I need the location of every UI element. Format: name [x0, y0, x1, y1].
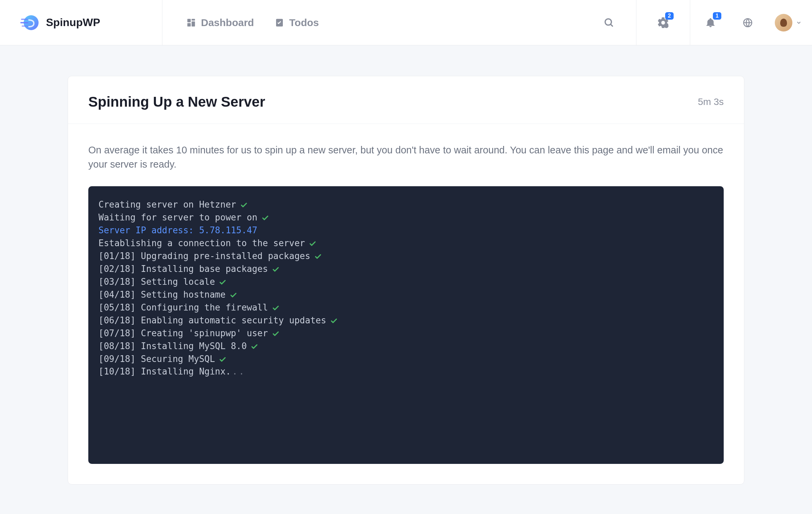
- terminal-line-text: [07/18] Creating 'spinupwp' user: [98, 327, 268, 340]
- card-header: Spinning Up a New Server 5m 3s: [68, 76, 744, 124]
- brand-name: SpinupWP: [46, 16, 100, 29]
- check-icon: [272, 330, 279, 337]
- terminal-line: [03/18] Setting locale: [98, 276, 714, 288]
- terminal-line: Waiting for server to power on: [98, 211, 714, 224]
- check-icon: [251, 343, 258, 350]
- check-icon: [272, 265, 279, 273]
- terminal-line-text: [01/18] Upgrading pre-installed packages: [98, 250, 310, 263]
- avatar: [775, 14, 792, 31]
- brand-section[interactable]: SpinupWP: [0, 0, 162, 45]
- terminal-line-text: Establishing a connection to the server: [98, 237, 305, 250]
- terminal-line-text: [03/18] Setting locale: [98, 276, 215, 288]
- terminal-line: [04/18] Setting hostname: [98, 288, 714, 301]
- svg-rect-1: [21, 19, 28, 20]
- nav-todos[interactable]: Todos: [264, 0, 329, 45]
- notifications-button[interactable]: 1: [690, 0, 731, 45]
- terminal-line: [02/18] Installing base packages: [98, 263, 714, 276]
- terminal-line-text: [05/18] Configuring the firewall: [98, 301, 268, 314]
- nav-dashboard-label: Dashboard: [201, 17, 254, 28]
- settings-button[interactable]: 2: [636, 0, 690, 45]
- terminal-line: [06/18] Enabling automatic security upda…: [98, 314, 714, 327]
- terminal-line-text: Server IP address: 5.78.115.47: [98, 224, 257, 237]
- nav-dashboard[interactable]: Dashboard: [176, 0, 264, 45]
- terminal-line: [09/18] Securing MySQL: [98, 353, 714, 366]
- svg-rect-6: [191, 21, 195, 26]
- check-icon: [309, 240, 316, 247]
- check-icon: [272, 304, 279, 312]
- svg-line-10: [611, 24, 613, 26]
- terminal-line-text: Creating server on Hetzner: [98, 198, 236, 211]
- terminal-output: Creating server on HetznerWaiting for se…: [88, 186, 724, 464]
- terminal-line-text: [06/18] Enabling automatic security upda…: [98, 314, 326, 327]
- terminal-line: Establishing a connection to the server: [98, 237, 714, 250]
- svg-rect-2: [20, 22, 28, 23]
- help-button[interactable]: [731, 0, 765, 45]
- todos-icon: [274, 18, 285, 28]
- terminal-line: [08/18] Installing MySQL 8.0: [98, 340, 714, 353]
- elapsed-timer: 5m 3s: [698, 97, 724, 107]
- svg-rect-7: [187, 23, 191, 26]
- search-icon: [603, 17, 615, 28]
- nav-links: Dashboard Todos: [162, 0, 582, 45]
- svg-rect-3: [22, 25, 28, 27]
- card-description: On average it takes 10 minutes for us to…: [88, 143, 724, 171]
- settings-badge: 2: [665, 12, 674, 20]
- terminal-line: Server IP address: 5.78.115.47: [98, 224, 714, 237]
- terminal-line-text: Waiting for server to power on: [98, 211, 257, 224]
- terminal-line: [07/18] Creating 'spinupwp' user: [98, 327, 714, 340]
- terminal-line-text: [10/18] Installing Nginx: [98, 365, 226, 378]
- svg-point-9: [605, 19, 611, 25]
- search-button[interactable]: [582, 0, 636, 45]
- terminal-line: [05/18] Configuring the firewall: [98, 301, 714, 314]
- topbar-right: 2 1: [582, 0, 812, 45]
- terminal-line: [01/18] Upgrading pre-installed packages: [98, 250, 714, 263]
- card-body: On average it takes 10 minutes for us to…: [68, 124, 744, 484]
- dashboard-icon: [186, 18, 196, 28]
- check-icon: [219, 356, 226, 363]
- loading-dots: ...: [226, 365, 244, 378]
- terminal-line-text: [09/18] Securing MySQL: [98, 353, 215, 366]
- terminal-line-text: [04/18] Setting hostname: [98, 288, 226, 301]
- brand-logo-icon: [20, 13, 39, 32]
- notifications-badge: 1: [713, 12, 721, 20]
- svg-point-11: [664, 24, 669, 28]
- terminal-line-text: [08/18] Installing MySQL 8.0: [98, 340, 247, 353]
- nav-todos-label: Todos: [289, 17, 319, 28]
- check-icon: [262, 214, 269, 221]
- check-icon: [330, 317, 338, 324]
- globe-icon: [742, 17, 753, 28]
- main-content: Spinning Up a New Server 5m 3s On averag…: [61, 76, 751, 485]
- terminal-line-text: [02/18] Installing base packages: [98, 263, 268, 276]
- progress-card: Spinning Up a New Server 5m 3s On averag…: [68, 76, 744, 485]
- page-title: Spinning Up a New Server: [88, 94, 265, 110]
- topbar: SpinupWP Dashboard Todos: [0, 0, 812, 45]
- check-icon: [219, 278, 226, 286]
- svg-rect-5: [191, 19, 195, 20]
- check-icon: [314, 253, 322, 260]
- terminal-line: [10/18] Installing Nginx ...: [98, 365, 714, 378]
- user-menu[interactable]: [765, 0, 812, 45]
- terminal-line: Creating server on Hetzner: [98, 198, 714, 211]
- chevron-down-icon: [796, 20, 802, 26]
- check-icon: [240, 201, 248, 209]
- check-icon: [230, 291, 237, 299]
- svg-rect-4: [187, 19, 191, 22]
